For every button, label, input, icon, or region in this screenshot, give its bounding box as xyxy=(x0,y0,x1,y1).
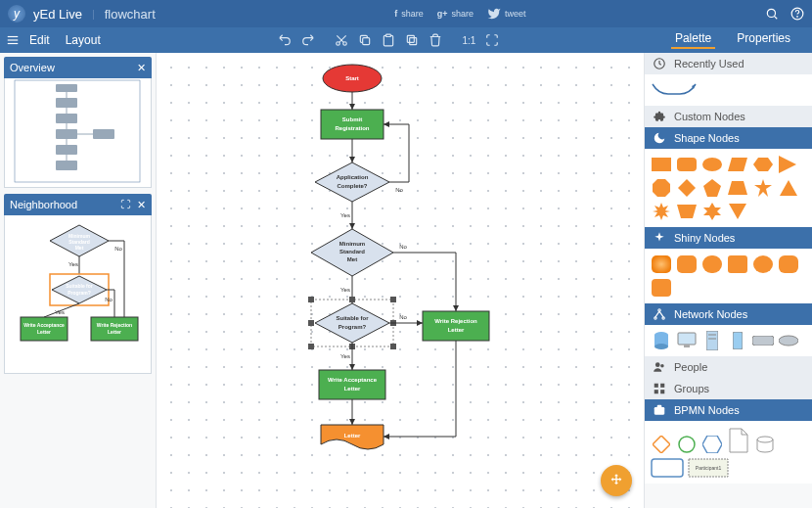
selection-handle[interactable] xyxy=(308,344,314,349)
bpmn-participant[interactable]: Participant1 xyxy=(688,458,729,478)
facebook-share[interactable]: fshare xyxy=(394,9,424,19)
expand-icon[interactable] xyxy=(120,199,131,209)
bpmn-datastore[interactable] xyxy=(754,435,776,454)
palette-custom-header[interactable]: Custom Nodes xyxy=(645,106,812,127)
neighborhood-body[interactable]: Minimum Standard Met Yes No Suitable for… xyxy=(4,215,152,374)
svg-text:Minimum: Minimum xyxy=(339,241,365,247)
svg-marker-92 xyxy=(754,179,772,197)
fit-button[interactable] xyxy=(481,30,503,50)
doc-name: flowchart xyxy=(105,7,156,22)
fab-button[interactable] xyxy=(601,465,632,496)
selection-handle[interactable] xyxy=(390,297,396,302)
net-db[interactable] xyxy=(651,331,672,350)
palette-shape-header[interactable]: Shape Nodes xyxy=(645,127,812,149)
bpmn-task[interactable] xyxy=(651,458,684,478)
cut-button[interactable] xyxy=(331,30,352,50)
edge-sample[interactable] xyxy=(651,80,699,100)
net-switch[interactable] xyxy=(752,331,774,350)
svg-rect-14 xyxy=(410,38,417,45)
hamburger-icon[interactable] xyxy=(6,33,20,47)
svg-rect-124 xyxy=(660,384,664,388)
shape-star[interactable] xyxy=(752,178,774,198)
google-share[interactable]: g+share xyxy=(437,9,474,19)
node-suitable-program[interactable] xyxy=(315,303,389,343)
svg-point-129 xyxy=(679,437,695,452)
copy-button[interactable] xyxy=(354,30,376,50)
svg-text:Letter: Letter xyxy=(344,433,361,439)
zoom-ratio-button[interactable]: 1:1 xyxy=(458,30,479,50)
shiny-2[interactable] xyxy=(676,254,698,274)
shape-hexagon[interactable] xyxy=(752,155,774,174)
palette-shiny-header[interactable]: Shiny Nodes xyxy=(645,227,812,249)
redo-button[interactable] xyxy=(297,30,319,50)
shape-parallelogram[interactable] xyxy=(727,155,748,174)
shape-diamond[interactable] xyxy=(676,178,698,198)
paste-button[interactable] xyxy=(378,30,399,50)
help-icon[interactable] xyxy=(790,7,804,21)
svg-rect-126 xyxy=(660,390,664,393)
twitter-tweet[interactable]: tweet xyxy=(487,7,526,21)
node-application-complete[interactable] xyxy=(315,162,389,202)
shiny-5[interactable] xyxy=(752,254,774,274)
app-logo[interactable]: y xyxy=(8,5,25,23)
bpmn-hexagon[interactable] xyxy=(701,435,723,454)
net-server[interactable] xyxy=(701,331,723,350)
palette-people-header[interactable]: People xyxy=(645,356,812,378)
svg-text:Met: Met xyxy=(347,256,357,262)
shape-ellipse[interactable] xyxy=(701,155,723,174)
shape-roundrect[interactable] xyxy=(676,155,698,174)
node-submit[interactable] xyxy=(321,110,383,139)
shape-rect[interactable] xyxy=(651,155,672,174)
palette-recent-header[interactable]: Recently Used xyxy=(645,53,812,74)
selection-handle[interactable] xyxy=(349,297,355,302)
shape-burst[interactable] xyxy=(651,202,672,221)
neighborhood-close-icon[interactable]: ✕ xyxy=(137,199,146,211)
svg-text:Suitable for: Suitable for xyxy=(66,283,93,289)
shape-triangle-down[interactable] xyxy=(727,202,748,221)
shape-octagon[interactable] xyxy=(651,178,672,198)
neighborhood-header[interactable]: Neighborhood ✕ xyxy=(4,194,152,215)
shiny-7[interactable] xyxy=(651,278,672,298)
palette-network-body xyxy=(645,325,812,356)
menu-edit[interactable]: Edit xyxy=(23,33,56,47)
svg-point-84 xyxy=(702,158,722,171)
shape-trapezoid2[interactable] xyxy=(676,202,698,221)
search-icon[interactable] xyxy=(765,7,779,21)
shape-triangle-up[interactable] xyxy=(778,178,799,198)
node-rejection[interactable] xyxy=(423,311,489,341)
shape-trapezoid[interactable] xyxy=(727,178,748,198)
overview-header[interactable]: Overview ✕ xyxy=(4,57,152,78)
selection-handle[interactable] xyxy=(390,344,396,349)
palette-groups-header[interactable]: Groups xyxy=(645,378,812,399)
shape-pentagon[interactable] xyxy=(701,178,723,198)
selection-handle[interactable] xyxy=(308,297,314,302)
palette-bpmn-header[interactable]: BPMN Nodes xyxy=(645,399,812,421)
bpmn-diamond[interactable] xyxy=(651,435,672,454)
net-monitor[interactable] xyxy=(676,331,698,350)
overview-close-icon[interactable]: ✕ xyxy=(137,62,146,74)
bpmn-circle[interactable] xyxy=(676,435,698,454)
palette-network-header[interactable]: Network Nodes xyxy=(645,303,812,325)
shiny-4[interactable] xyxy=(727,254,748,274)
canvas[interactable]: Start Submit Registration Application Co… xyxy=(157,53,644,508)
net-router[interactable] xyxy=(778,331,799,350)
tab-palette[interactable]: Palette xyxy=(671,31,715,49)
neighborhood-panel: Neighborhood ✕ Minimum Standard Met Yes xyxy=(4,194,152,374)
overview-body[interactable] xyxy=(4,78,152,188)
node-acceptance[interactable] xyxy=(319,370,385,399)
svg-text:Met: Met xyxy=(75,245,84,251)
bpmn-document[interactable] xyxy=(727,427,750,454)
selection-handle[interactable] xyxy=(308,320,314,326)
tab-properties[interactable]: Properties xyxy=(733,31,794,49)
duplicate-button[interactable] xyxy=(401,30,423,50)
menu-layout[interactable]: Layout xyxy=(60,33,107,47)
undo-button[interactable] xyxy=(274,30,295,50)
delete-button[interactable] xyxy=(425,30,446,50)
shape-star6[interactable] xyxy=(701,202,723,221)
flowchart-svg[interactable]: Start Submit Registration Application Co… xyxy=(157,53,644,508)
net-phone[interactable] xyxy=(727,331,748,350)
shiny-1[interactable] xyxy=(651,254,672,274)
shape-triangle-right[interactable] xyxy=(778,155,799,174)
shiny-3[interactable] xyxy=(701,254,723,274)
shiny-6[interactable] xyxy=(778,254,799,274)
